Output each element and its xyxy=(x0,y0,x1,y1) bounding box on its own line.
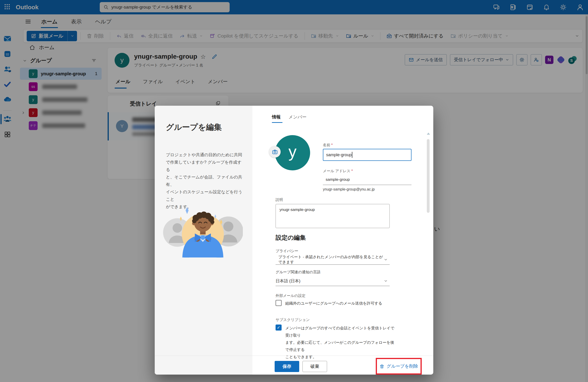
change-photo-camera-button[interactable] xyxy=(269,146,281,158)
dialog-scroll-up-arrow[interactable] xyxy=(427,133,430,135)
text-caret xyxy=(352,152,352,158)
trash-icon xyxy=(379,364,384,369)
outlook-app: Outlook ynugr-sample-group でメールを検索する ホーム… xyxy=(0,0,588,382)
edit-group-dialog: グループを編集 プロジェクトや共通の目的のために共同 で作業していますか? グル… xyxy=(155,106,433,375)
external-mail-label: 外部メールの設定 xyxy=(275,293,305,298)
dialog-title: グループを編集 xyxy=(166,122,222,133)
name-input[interactable]: sample-group xyxy=(323,149,412,161)
required-asterisk: * xyxy=(331,143,333,147)
subscription-row: ✓ メンバーはグループのすべての会話とイベントを受信トレイで受け取り ます。必要… xyxy=(275,324,396,361)
settings-heading: 設定の編集 xyxy=(275,234,306,242)
description-field-label: 説明 xyxy=(275,198,283,202)
external-mail-row: 組織外のユーザーにグループへのメール送信を許可する xyxy=(275,300,382,306)
name-field-label: 名前* xyxy=(323,143,333,148)
group-collaboration-illustration xyxy=(163,195,243,258)
email-field-label: メール アドレス* xyxy=(323,169,353,174)
chevron-down-icon xyxy=(384,279,388,283)
required-asterisk: * xyxy=(351,169,353,173)
discard-button[interactable]: 破棄 xyxy=(302,361,327,372)
dialog-footer: 保存 破棄 グループを削除 xyxy=(155,356,433,375)
description-textarea[interactable]: ynugr-sample-group xyxy=(275,204,390,228)
email-full-address: ynugr-sample-group@ynu.ac.jp xyxy=(323,187,375,191)
privacy-label: プライバシー xyxy=(275,249,298,254)
delete-highlight-annotation: グループを削除 xyxy=(376,358,422,375)
dialog-left-panel: グループを編集 プロジェクトや共通の目的のために共同 で作業していますか? グル… xyxy=(155,106,252,375)
dialog-scrollbar-thumb[interactable] xyxy=(427,139,430,213)
dialog-tab-members[interactable]: メンバー xyxy=(289,114,306,123)
language-label: グループ関連の通知の言語 xyxy=(275,270,320,275)
email-input[interactable]: sample-group xyxy=(323,174,412,185)
subscription-label: サブスクリプション xyxy=(275,318,310,322)
dialog-tabs: 情報 メンバー xyxy=(272,114,314,123)
dialog-tab-info[interactable]: 情報 xyxy=(272,114,281,123)
delete-group-button[interactable]: グループを削除 xyxy=(379,363,418,369)
chevron-down-icon xyxy=(384,258,388,262)
privacy-select[interactable]: プライベート - 承認されたメンバーのみが内部を見ることができます xyxy=(275,255,390,265)
language-select[interactable]: 日本語 (日本) xyxy=(275,276,390,286)
external-mail-checkbox[interactable] xyxy=(275,300,282,306)
save-button[interactable]: 保存 xyxy=(275,361,299,372)
subscription-checkbox-checked[interactable]: ✓ xyxy=(275,324,282,331)
